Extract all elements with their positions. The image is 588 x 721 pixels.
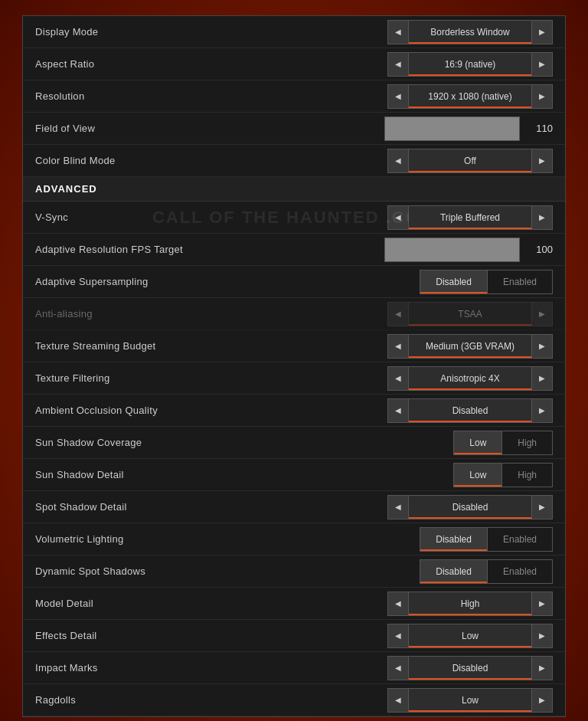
- control-resolution: 1920 x 1080 (native): [384, 84, 553, 109]
- advanced-section-header: ADVANCED: [23, 177, 565, 202]
- left-arrow-display-mode[interactable]: [387, 20, 409, 44]
- value-anti-aliasing: TSAA: [409, 302, 531, 326]
- setting-row-vsync: V-Synccall of the haunted .comTriple Buf…: [23, 202, 565, 234]
- setting-row-texture-streaming-budget: Texture Streaming BudgetMedium (3GB VRAM…: [23, 330, 565, 362]
- setting-row-adaptive-res-fps: Adaptive Resolution FPS Target100: [23, 234, 565, 266]
- setting-label-volumetric-lighting: Volumetric Lighting: [35, 533, 384, 545]
- toggle-inactive-sun-shadow-coverage[interactable]: High: [502, 431, 553, 455]
- setting-label-texture-filtering: Texture Filtering: [35, 372, 384, 384]
- right-arrow-ambient-occlusion[interactable]: [531, 398, 553, 423]
- left-arrow-ragdolls[interactable]: [387, 688, 409, 713]
- toggle-active-volumetric-lighting[interactable]: Disabled: [420, 527, 488, 552]
- slider-control-adaptive-res-fps: 100: [384, 238, 553, 262]
- control-ambient-occlusion: Disabled: [384, 398, 553, 423]
- right-arrow-display-mode[interactable]: [531, 20, 553, 44]
- setting-label-anti-aliasing: Anti-aliasing: [35, 308, 384, 320]
- setting-label-model-detail: Model Detail: [35, 598, 384, 609]
- right-arrow-anti-aliasing[interactable]: [531, 302, 553, 326]
- right-arrow-texture-streaming-budget[interactable]: [531, 334, 553, 359]
- toggle-inactive-adaptive-supersampling[interactable]: Enabled: [488, 270, 553, 294]
- toggle-dynamic-spot-shadows: DisabledEnabled: [384, 559, 553, 584]
- setting-label-sun-shadow-detail: Sun Shadow Detail: [35, 469, 384, 480]
- setting-label-dynamic-spot-shadows: Dynamic Spot Shadows: [35, 565, 384, 577]
- setting-row-ambient-occlusion: Ambient Occlusion QualityDisabled: [23, 395, 565, 427]
- value-ambient-occlusion: Disabled: [409, 398, 531, 423]
- right-arrow-impact-marks[interactable]: [531, 656, 553, 680]
- value-spot-shadow-detail: Disabled: [409, 495, 531, 519]
- right-arrow-spot-shadow-detail[interactable]: [531, 495, 553, 519]
- setting-row-spot-shadow-detail: Spot Shadow DetailDisabled: [23, 491, 565, 523]
- value-display-mode: Borderless Window: [409, 20, 531, 44]
- setting-row-impact-marks: Impact MarksDisabled: [23, 652, 565, 684]
- value-ragdolls: Low: [409, 688, 531, 713]
- setting-row-aspect-ratio: Aspect Ratio16:9 (native): [23, 48, 565, 80]
- setting-row-model-detail: Model DetailHigh: [23, 588, 565, 620]
- control-texture-streaming-budget: Medium (3GB VRAM): [384, 334, 553, 359]
- toggle-active-dynamic-spot-shadows[interactable]: Disabled: [420, 559, 488, 584]
- left-arrow-texture-streaming-budget[interactable]: [387, 334, 409, 359]
- toggle-inactive-dynamic-spot-shadows[interactable]: Enabled: [488, 559, 553, 584]
- setting-row-ragdolls: RagdollsLow: [23, 684, 565, 716]
- setting-label-ambient-occlusion: Ambient Occlusion Quality: [35, 405, 384, 416]
- left-arrow-ambient-occlusion[interactable]: [387, 398, 409, 423]
- toggle-active-adaptive-supersampling[interactable]: Disabled: [420, 270, 488, 294]
- slider-track-adaptive-res-fps[interactable]: [384, 238, 520, 262]
- left-arrow-resolution[interactable]: [387, 84, 409, 109]
- control-display-mode: Borderless Window: [384, 20, 553, 44]
- right-arrow-model-detail[interactable]: [531, 592, 553, 616]
- left-arrow-vsync[interactable]: [387, 205, 409, 230]
- control-anti-aliasing: TSAA: [384, 302, 553, 326]
- setting-row-sun-shadow-coverage: Sun Shadow CoverageLowHigh: [23, 427, 565, 459]
- control-ragdolls: Low: [384, 688, 553, 713]
- right-arrow-aspect-ratio[interactable]: [531, 52, 553, 77]
- setting-label-vsync: V-Sync: [35, 211, 384, 223]
- right-arrow-resolution[interactable]: [531, 84, 553, 109]
- control-aspect-ratio: 16:9 (native): [384, 52, 553, 77]
- toggle-adaptive-supersampling: DisabledEnabled: [384, 270, 553, 294]
- toggle-active-sun-shadow-detail[interactable]: Low: [453, 463, 502, 487]
- slider-track-field-of-view[interactable]: [384, 116, 520, 141]
- setting-row-display-mode: Display ModeBorderless Window: [23, 16, 565, 48]
- value-texture-filtering: Anisotropic 4X: [409, 366, 531, 391]
- setting-row-resolution: Resolution1920 x 1080 (native): [23, 80, 565, 113]
- setting-label-field-of-view: Field of View: [35, 123, 384, 134]
- setting-label-sun-shadow-coverage: Sun Shadow Coverage: [35, 437, 384, 448]
- toggle-sun-shadow-detail: LowHigh: [384, 463, 553, 487]
- left-arrow-texture-filtering[interactable]: [387, 366, 409, 391]
- setting-label-adaptive-res-fps: Adaptive Resolution FPS Target: [35, 244, 384, 255]
- control-effects-detail: Low: [384, 624, 553, 648]
- setting-row-anti-aliasing: Anti-aliasingTSAA: [23, 298, 565, 330]
- control-color-blind-mode: Off: [384, 149, 553, 173]
- setting-label-effects-detail: Effects Detail: [35, 630, 384, 641]
- right-arrow-effects-detail[interactable]: [531, 624, 553, 648]
- setting-row-sun-shadow-detail: Sun Shadow DetailLowHigh: [23, 459, 565, 491]
- settings-panel: Display ModeBorderless WindowAspect Rati…: [22, 15, 566, 717]
- left-arrow-impact-marks[interactable]: [387, 656, 409, 680]
- setting-row-texture-filtering: Texture FilteringAnisotropic 4X: [23, 362, 565, 395]
- setting-row-adaptive-supersampling: Adaptive SupersamplingDisabledEnabled: [23, 266, 565, 298]
- right-arrow-texture-filtering[interactable]: [531, 366, 553, 391]
- value-aspect-ratio: 16:9 (native): [409, 52, 531, 77]
- left-arrow-anti-aliasing[interactable]: [387, 302, 409, 326]
- toggle-sun-shadow-coverage: LowHigh: [384, 431, 553, 455]
- right-arrow-color-blind-mode[interactable]: [531, 149, 553, 173]
- left-arrow-aspect-ratio[interactable]: [387, 52, 409, 77]
- setting-label-ragdolls: Ragdolls: [35, 694, 384, 706]
- toggle-inactive-sun-shadow-detail[interactable]: High: [502, 463, 553, 487]
- toggle-inactive-volumetric-lighting[interactable]: Enabled: [488, 527, 553, 552]
- control-texture-filtering: Anisotropic 4X: [384, 366, 553, 391]
- left-arrow-spot-shadow-detail[interactable]: [387, 495, 409, 519]
- setting-label-texture-streaming-budget: Texture Streaming Budget: [35, 340, 384, 352]
- left-arrow-color-blind-mode[interactable]: [387, 149, 409, 173]
- toggle-active-sun-shadow-coverage[interactable]: Low: [453, 431, 502, 455]
- slider-value-adaptive-res-fps: 100: [526, 244, 553, 255]
- setting-row-effects-detail: Effects DetailLow: [23, 620, 565, 652]
- right-arrow-vsync[interactable]: [531, 205, 553, 230]
- right-arrow-ragdolls[interactable]: [531, 688, 553, 713]
- value-effects-detail: Low: [409, 624, 531, 648]
- setting-row-volumetric-lighting: Volumetric LightingDisabledEnabled: [23, 523, 565, 555]
- slider-value-field-of-view: 110: [526, 123, 553, 134]
- left-arrow-effects-detail[interactable]: [387, 624, 409, 648]
- left-arrow-model-detail[interactable]: [387, 592, 409, 616]
- value-resolution: 1920 x 1080 (native): [409, 84, 531, 109]
